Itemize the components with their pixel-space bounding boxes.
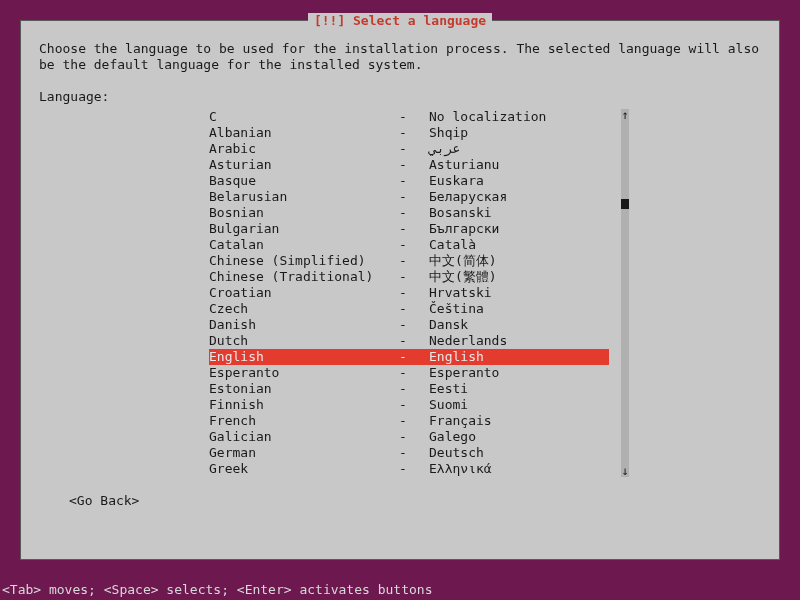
separator: - xyxy=(399,333,429,349)
language-name: Esperanto xyxy=(209,365,399,381)
language-option[interactable]: Belarusian-Беларуская xyxy=(209,189,609,205)
language-option[interactable]: Asturian-Asturianu xyxy=(209,157,609,173)
language-option[interactable]: Estonian-Eesti xyxy=(209,381,609,397)
footer-help-text: <Tab> moves; <Space> selects; <Enter> ac… xyxy=(2,582,432,598)
language-option[interactable]: Czech-Čeština xyxy=(209,301,609,317)
language-native: Bosanski xyxy=(429,205,609,221)
language-option[interactable]: English-English xyxy=(209,349,609,365)
separator: - xyxy=(399,349,429,365)
separator: - xyxy=(399,461,429,477)
language-name: Bosnian xyxy=(209,205,399,221)
language-name: Basque xyxy=(209,173,399,189)
language-name: Asturian xyxy=(209,157,399,173)
separator: - xyxy=(399,445,429,461)
language-option[interactable]: Finnish-Suomi xyxy=(209,397,609,413)
language-option[interactable]: Danish-Dansk xyxy=(209,317,609,333)
language-native: English xyxy=(429,349,609,365)
language-name: Croatian xyxy=(209,285,399,301)
language-option[interactable]: Greek-Ελληνικά xyxy=(209,461,609,477)
language-name: Dutch xyxy=(209,333,399,349)
language-name: Albanian xyxy=(209,125,399,141)
language-name: Arabic xyxy=(209,141,399,157)
language-option[interactable]: Basque-Euskara xyxy=(209,173,609,189)
language-native: No localization xyxy=(429,109,609,125)
language-native: Eesti xyxy=(429,381,609,397)
separator: - xyxy=(399,413,429,429)
language-list[interactable]: C-No localizationAlbanian-ShqipArabic-عر… xyxy=(209,109,609,477)
language-name: C xyxy=(209,109,399,125)
language-native: Suomi xyxy=(429,397,609,413)
language-name: Galician xyxy=(209,429,399,445)
separator: - xyxy=(399,301,429,317)
language-native: 中文(繁體) xyxy=(429,269,609,285)
language-name: Czech xyxy=(209,301,399,317)
language-native: Hrvatski xyxy=(429,285,609,301)
language-native: Shqip xyxy=(429,125,609,141)
separator: - xyxy=(399,221,429,237)
separator: - xyxy=(399,189,429,205)
language-option[interactable]: Albanian-Shqip xyxy=(209,125,609,141)
scroll-thumb[interactable] xyxy=(621,199,629,209)
language-native: Български xyxy=(429,221,609,237)
language-native: Esperanto xyxy=(429,365,609,381)
language-select-dialog: [!!] Select a language Choose the langua… xyxy=(20,20,780,560)
language-option[interactable]: Chinese (Simplified)-中文(简体) xyxy=(209,253,609,269)
language-native: Nederlands xyxy=(429,333,609,349)
language-native: Català xyxy=(429,237,609,253)
language-option[interactable]: Bosnian-Bosanski xyxy=(209,205,609,221)
language-option[interactable]: Arabic-عربي xyxy=(209,141,609,157)
language-native: Galego xyxy=(429,429,609,445)
separator: - xyxy=(399,109,429,125)
separator: - xyxy=(399,429,429,445)
language-name: Catalan xyxy=(209,237,399,253)
language-name: German xyxy=(209,445,399,461)
language-name: Chinese (Simplified) xyxy=(209,253,399,269)
language-native: Français xyxy=(429,413,609,429)
dialog-instruction: Choose the language to be used for the i… xyxy=(39,41,761,73)
language-native: Dansk xyxy=(429,317,609,333)
language-option[interactable]: Catalan-Català xyxy=(209,237,609,253)
language-name: Finnish xyxy=(209,397,399,413)
language-label: Language: xyxy=(39,89,761,105)
language-name: English xyxy=(209,349,399,365)
language-option[interactable]: Bulgarian-Български xyxy=(209,221,609,237)
separator: - xyxy=(399,269,429,285)
language-name: Bulgarian xyxy=(209,221,399,237)
language-option[interactable]: German-Deutsch xyxy=(209,445,609,461)
scroll-track[interactable] xyxy=(621,121,629,465)
language-name: Chinese (Traditional) xyxy=(209,269,399,285)
language-native: Ελληνικά xyxy=(429,461,609,477)
language-native: Asturianu xyxy=(429,157,609,173)
separator: - xyxy=(399,317,429,333)
language-name: Belarusian xyxy=(209,189,399,205)
scroll-down-icon[interactable]: ↓ xyxy=(621,465,628,477)
separator: - xyxy=(399,237,429,253)
scroll-up-icon[interactable]: ↑ xyxy=(621,109,628,121)
separator: - xyxy=(399,381,429,397)
separator: - xyxy=(399,397,429,413)
language-option[interactable]: C-No localization xyxy=(209,109,609,125)
language-native: Euskara xyxy=(429,173,609,189)
language-native: Беларуская xyxy=(429,189,609,205)
separator: - xyxy=(399,173,429,189)
language-name: Danish xyxy=(209,317,399,333)
language-option[interactable]: Esperanto-Esperanto xyxy=(209,365,609,381)
language-option[interactable]: Galician-Galego xyxy=(209,429,609,445)
language-option[interactable]: Chinese (Traditional)-中文(繁體) xyxy=(209,269,609,285)
language-option[interactable]: Dutch-Nederlands xyxy=(209,333,609,349)
language-name: French xyxy=(209,413,399,429)
separator: - xyxy=(399,141,429,157)
separator: - xyxy=(399,253,429,269)
language-native: Deutsch xyxy=(429,445,609,461)
separator: - xyxy=(399,125,429,141)
language-option[interactable]: Croatian-Hrvatski xyxy=(209,285,609,301)
language-option[interactable]: French-Français xyxy=(209,413,609,429)
separator: - xyxy=(399,157,429,173)
language-native: 中文(简体) xyxy=(429,253,609,269)
separator: - xyxy=(399,285,429,301)
language-name: Greek xyxy=(209,461,399,477)
separator: - xyxy=(399,365,429,381)
scrollbar[interactable]: ↑ ↓ xyxy=(621,109,629,477)
go-back-button[interactable]: <Go Back> xyxy=(69,493,139,509)
language-native: عربي xyxy=(429,141,609,157)
